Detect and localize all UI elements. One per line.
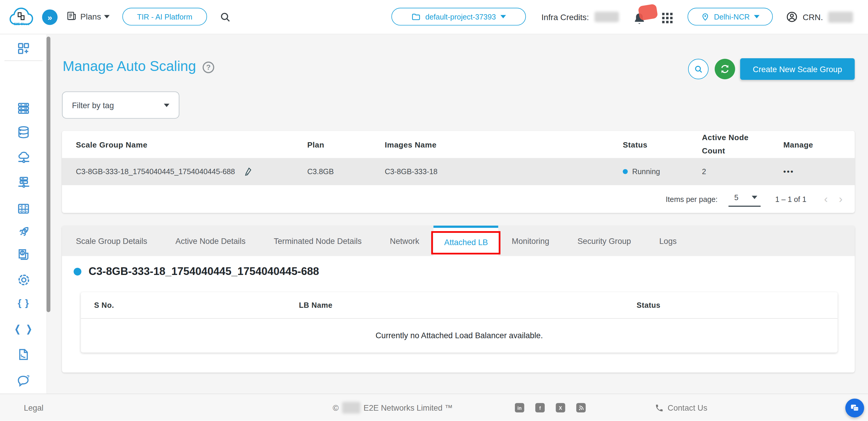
tab-active-node-details[interactable]: Active Node Details: [175, 226, 245, 256]
items-per-page-select[interactable]: 5: [728, 192, 761, 207]
facebook-icon[interactable]: f: [535, 403, 545, 413]
table-row[interactable]: C3-8GB-333-18_1754040445_1754040445-688 …: [62, 158, 855, 185]
tab-attached-lb-label: Attached LB: [444, 237, 488, 246]
location-pin-icon: [701, 12, 709, 21]
page-title: Manage Auto Scaling: [63, 58, 196, 74]
items-per-page-value: 5: [734, 193, 738, 201]
table-search-button[interactable]: [688, 59, 709, 79]
tab-terminated-node-details[interactable]: Terminated Node Details: [274, 226, 362, 256]
braces-icon: { }: [18, 298, 29, 309]
double-chevron-icon: »: [48, 12, 52, 22]
sidebar-item-support[interactable]: ?: [0, 374, 47, 388]
plans-menu[interactable]: Plans: [66, 11, 109, 22]
active-node-count-value: 2: [702, 167, 783, 176]
tir-platform-button[interactable]: TIR - AI Platform: [122, 8, 207, 25]
manage-actions-button[interactable]: •••: [783, 167, 855, 176]
sidebar-item-code[interactable]: ❬ ❭: [0, 323, 47, 335]
region-selector[interactable]: Delhi-NCR: [688, 8, 773, 25]
contact-us-link[interactable]: Contact Us: [655, 394, 707, 421]
sidebar-item-node-servers[interactable]: [0, 176, 47, 190]
copyright-notice: © E2E Networks Limited ™: [333, 394, 453, 421]
col-lb-name: LB Name: [299, 301, 637, 309]
tab-attached-lb-active[interactable]: Attached LB: [434, 226, 498, 256]
scale-group-name: C3-8GB-333-18_1754040445_1754040445-688: [76, 167, 235, 176]
sidebar-item-storage[interactable]: [0, 202, 47, 216]
user-avatar-icon: [786, 11, 798, 23]
create-scale-group-button[interactable]: Create New Scale Group: [740, 58, 855, 80]
tab-logs[interactable]: Logs: [659, 226, 677, 256]
copyright-symbol: ©: [333, 403, 339, 412]
sidebar-item-cloud-network[interactable]: [0, 151, 47, 165]
col-manage: Manage: [783, 140, 855, 149]
edit-pen-icon[interactable]: [243, 167, 253, 176]
sidebar-item-settings[interactable]: [0, 273, 47, 287]
sidebar-expand-button[interactable]: »: [42, 9, 58, 25]
phone-icon: [655, 403, 664, 412]
refresh-button[interactable]: [715, 59, 735, 79]
sidebar-item-compute[interactable]: [0, 102, 47, 115]
vertical-scrollbar[interactable]: [46, 37, 51, 312]
tab-network[interactable]: Network: [390, 226, 419, 256]
sidebar-item-api[interactable]: { }: [0, 298, 47, 309]
tab-security-group[interactable]: Security Group: [578, 226, 631, 256]
sidebar-item-dashboard[interactable]: [0, 42, 47, 56]
next-page-button[interactable]: ›: [839, 193, 843, 204]
rss-icon[interactable]: [576, 403, 586, 413]
sidebar-item-launch[interactable]: [0, 224, 47, 239]
database-icon: [17, 125, 30, 139]
page-range-label: 1 – 1 of 1: [775, 195, 807, 203]
global-search-button[interactable]: [219, 11, 231, 23]
chevron-down-icon: [500, 15, 506, 18]
top-header: E2E Cloud » Plans TIR - AI Platform: [0, 0, 868, 34]
project-name: default-project-37393: [425, 12, 496, 21]
contact-us-label: Contact Us: [668, 403, 707, 412]
selected-scale-group-heading: C3-8GB-333-18_1754040445_1754040445-688: [73, 265, 319, 278]
x-twitter-icon[interactable]: X: [556, 403, 565, 413]
col-s-no: S No.: [94, 301, 299, 309]
crn-label: CRN.: [803, 12, 823, 22]
previous-page-button[interactable]: ‹: [824, 193, 828, 204]
live-chat-button[interactable]: [845, 398, 864, 417]
chat-bubbles-icon: [850, 403, 860, 413]
apps-grid-button[interactable]: [662, 13, 673, 23]
attached-lb-table: S No. LB Name Status Currently no Attach…: [81, 292, 838, 353]
group-name-title: C3-8GB-333-18_1754040445_1754040445-688: [89, 265, 319, 278]
server-network-icon: [16, 176, 31, 190]
folder-icon: [411, 12, 421, 21]
billing-icon: $: [17, 248, 30, 262]
project-selector[interactable]: default-project-37393: [392, 8, 526, 25]
chevron-down-icon: [104, 15, 110, 18]
filter-label: Filter by tag: [72, 101, 114, 109]
svg-text:?: ?: [26, 374, 29, 380]
rocket-icon: [16, 224, 31, 239]
sidebar-item-database[interactable]: [0, 125, 47, 139]
table-header-row: Scale Group Name Plan Images Name Status…: [62, 131, 855, 158]
plans-label: Plans: [80, 11, 101, 21]
plan-value: C3.8GB: [307, 167, 385, 176]
account-menu[interactable]: CRN.: [786, 11, 853, 23]
copyright-year-redacted: [342, 402, 360, 413]
dashboard-icon: [17, 42, 30, 56]
help-icon[interactable]: ?: [203, 61, 214, 73]
sidebar-item-billing[interactable]: $: [0, 248, 47, 262]
legal-link[interactable]: Legal: [24, 394, 44, 421]
status-running-dot: [623, 169, 628, 174]
question-glyph: ?: [206, 63, 211, 72]
e2e-cloud-logo[interactable]: E2E Cloud: [8, 3, 35, 31]
pagination-bar: Items per page: 5 1 – 1 of 1 ‹ ›: [62, 185, 855, 213]
scale-groups-table: Scale Group Name Plan Images Name Status…: [62, 131, 855, 213]
filter-by-tag-dropdown[interactable]: Filter by tag: [62, 91, 180, 118]
items-per-page-label: Items per page:: [666, 195, 718, 203]
tab-monitoring[interactable]: Monitoring: [512, 226, 549, 256]
sidebar-item-reports[interactable]: [0, 348, 47, 362]
cloud-network-icon: [16, 151, 31, 165]
tab-scale-group-details[interactable]: Scale Group Details: [76, 226, 147, 256]
gear-icon: [16, 273, 31, 287]
status-value: Running: [632, 167, 660, 176]
notifications-button[interactable]: [632, 4, 661, 30]
region-name: Delhi-NCR: [714, 12, 750, 21]
support-chat-icon: ?: [16, 374, 31, 388]
chevron-down-icon: [164, 104, 169, 107]
compute-nodes-icon: [17, 102, 30, 115]
linkedin-icon[interactable]: in: [515, 403, 524, 413]
